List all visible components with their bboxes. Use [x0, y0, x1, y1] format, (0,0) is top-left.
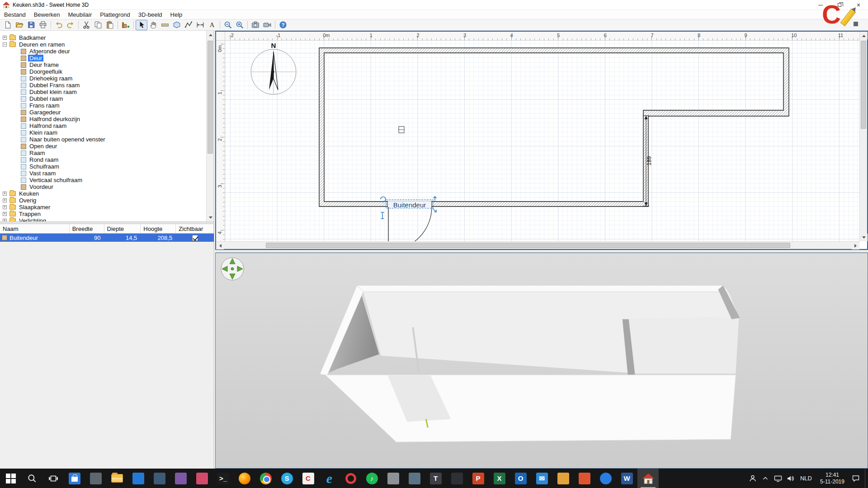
taskbar-mail[interactable]: ✉	[531, 469, 552, 488]
zoom-out-button[interactable]	[222, 20, 234, 30]
scroll-down-button[interactable]	[207, 214, 214, 221]
tree-category-badkamer[interactable]: +Badkamer	[0, 34, 206, 41]
taskbar-app-navy[interactable]	[149, 469, 170, 488]
add-furniture-button[interactable]	[120, 20, 132, 30]
zoom-in-button[interactable]	[234, 20, 245, 30]
create-photo-button[interactable]	[250, 20, 261, 30]
network-icon[interactable]	[772, 469, 784, 488]
scrollbar-thumb[interactable]	[208, 41, 213, 154]
tree-item-verticaal-schuifraam[interactable]: Verticaal schuifraam	[0, 177, 206, 183]
plan-scroll-down-button[interactable]	[860, 234, 868, 241]
expand-handle-icon[interactable]: +	[3, 205, 7, 209]
taskbar-sweet-home-3d[interactable]	[637, 469, 659, 488]
taskbar-word[interactable]: W	[616, 469, 637, 488]
taskbar-search[interactable]	[21, 469, 42, 488]
tree-item-dubbel-frans-raam[interactable]: Dubbel Frans raam	[0, 82, 206, 89]
create-dimensions-button[interactable]	[194, 20, 206, 30]
print-button[interactable]	[37, 20, 49, 30]
furniture-row-buitendeur[interactable]: Buitendeur9014,5208,5	[0, 234, 214, 242]
taskbar-app-azure[interactable]	[595, 469, 616, 488]
column-header-breedte[interactable]: Breedte	[70, 224, 104, 233]
menu-bewerken[interactable]: Bewerken	[30, 10, 64, 19]
expand-handle-icon[interactable]: +	[3, 192, 7, 196]
plan-canvas[interactable]: N 189	[225, 41, 859, 241]
tree-item-klein-raam[interactable]: Klein raam	[0, 129, 206, 136]
new-document-button[interactable]	[2, 20, 14, 30]
3d-navigation-compass[interactable]	[220, 257, 245, 281]
taskbar-app-gray[interactable]	[382, 469, 404, 488]
taskbar-app-violet[interactable]	[170, 469, 191, 488]
taskbar-microsoft-store[interactable]	[64, 469, 85, 488]
taskbar-app-red-c[interactable]: C	[297, 469, 319, 488]
menu-meubilair[interactable]: Meubilair	[64, 10, 96, 19]
visible-checkbox[interactable]	[192, 235, 198, 241]
tray-chevron-up-icon[interactable]	[759, 469, 772, 488]
tree-item-naar-buiten-openend-venster[interactable]: Naar buiten openend venster	[0, 136, 206, 143]
select-button[interactable]	[136, 20, 147, 30]
plan-scroll-up-button[interactable]	[860, 32, 868, 39]
column-header-diepte[interactable]: Diepte	[104, 224, 141, 233]
tree-category-overig[interactable]: +Overig	[0, 197, 206, 204]
plan-scroll-left-button[interactable]	[216, 242, 224, 249]
column-header-naam[interactable]: Naam	[0, 224, 70, 233]
menu-help[interactable]: Help	[166, 10, 187, 19]
taskbar-app-amber[interactable]	[552, 469, 574, 488]
catalog-scrollbar[interactable]	[206, 31, 214, 221]
small-furniture-item[interactable]	[399, 127, 404, 133]
plan-vertical-scrollbar[interactable]	[859, 32, 867, 241]
clock[interactable]: 12:41 5-11-2019	[815, 472, 849, 485]
tree-item-halfrond-raam[interactable]: Halfrond raam	[0, 122, 206, 129]
taskbar-terminal[interactable]: >_	[212, 469, 234, 488]
people-icon[interactable]	[746, 469, 759, 488]
tree-item-open-deur[interactable]: Open deur	[0, 143, 206, 150]
menu-plattegrond[interactable]: Plattegrond	[96, 10, 134, 19]
taskbar-your-phone[interactable]	[85, 469, 106, 488]
create-walls-button[interactable]	[159, 20, 171, 30]
tree-item-voordeur[interactable]: Voordeur	[0, 183, 206, 190]
taskbar-spotify[interactable]: ♪	[361, 469, 382, 488]
column-header-zichtbaar[interactable]: Zichtbaar	[176, 224, 214, 233]
expand-handle-icon[interactable]: +	[3, 36, 7, 40]
tree-item-raam[interactable]: Raam	[0, 150, 206, 156]
cut-button[interactable]	[80, 20, 92, 30]
taskbar-excel[interactable]: X	[489, 469, 510, 488]
scroll-up-button[interactable]	[207, 31, 214, 38]
tree-category-deuren-en-ramen[interactable]: −Deuren en ramen	[0, 41, 206, 48]
tree-item-afgeronde-deur[interactable]: Afgeronde deur	[0, 48, 206, 55]
tree-item-schuifraam[interactable]: Schuifraam	[0, 163, 206, 170]
undo-button[interactable]	[53, 20, 65, 30]
tree-item-garagedeur[interactable]: Garagedeur	[0, 109, 206, 116]
action-center-icon[interactable]	[849, 469, 862, 488]
create-rooms-button[interactable]	[171, 20, 183, 30]
show-desktop-button[interactable]	[865, 469, 868, 488]
tree-item-dubbel-raam[interactable]: Dubbel raam	[0, 95, 206, 102]
view-3d[interactable]	[215, 253, 868, 469]
save-button[interactable]	[25, 20, 37, 30]
tree-item-deur-frame[interactable]: Deur frame	[0, 61, 206, 68]
open-button[interactable]	[14, 20, 25, 30]
taskbar-opera[interactable]	[340, 469, 361, 488]
tree-category-verlichting[interactable]: +Verlichting	[0, 217, 206, 221]
menu-bestand[interactable]: Bestand	[0, 10, 30, 19]
taskbar-app-graphite[interactable]	[446, 469, 467, 488]
create-video-button[interactable]	[261, 20, 273, 30]
volume-icon[interactable]	[784, 469, 797, 488]
tree-category-keuken[interactable]: +Keuken	[0, 190, 206, 197]
taskbar-start[interactable]	[0, 469, 21, 488]
copy-button[interactable]	[92, 20, 104, 30]
taskbar-firefox[interactable]	[234, 469, 255, 488]
create-polylines-button[interactable]	[183, 20, 194, 30]
tree-item-doorgeefluik[interactable]: Doorgeefluik	[0, 68, 206, 75]
pan-button[interactable]	[147, 20, 159, 30]
add-texts-button[interactable]: A	[206, 20, 218, 30]
tree-category-slaapkamer[interactable]: +Slaapkamer	[0, 204, 206, 211]
paste-button[interactable]	[104, 20, 116, 30]
tree-item-deur[interactable]: Deur	[0, 55, 206, 61]
redo-button[interactable]	[65, 20, 76, 30]
collapse-handle-icon[interactable]: −	[3, 42, 7, 47]
plan-vscroll-thumb[interactable]	[861, 41, 866, 129]
plan-hscroll-thumb[interactable]	[266, 243, 790, 248]
expand-handle-icon[interactable]: +	[3, 198, 7, 202]
taskbar-app-letter-t[interactable]: T	[425, 469, 446, 488]
menu-3d-beeld[interactable]: 3D-beeld	[134, 10, 166, 19]
